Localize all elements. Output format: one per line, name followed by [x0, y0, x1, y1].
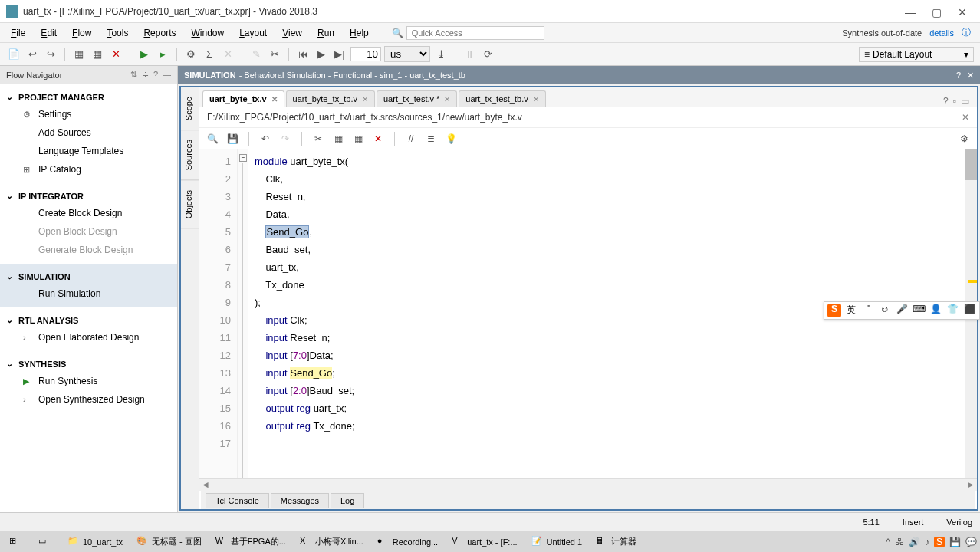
flow-item-settings[interactable]: ⚙Settings: [0, 105, 177, 123]
cut-icon[interactable]: ✂: [311, 132, 325, 146]
back-icon[interactable]: ↩: [25, 47, 40, 62]
indent-icon[interactable]: ≣: [424, 132, 438, 146]
section-synthesis[interactable]: ⌄SYNTHESIS: [0, 356, 177, 372]
file-tab[interactable]: uart_tx_test_tb.v✕: [459, 90, 545, 107]
menu-reports[interactable]: Reports: [136, 25, 183, 41]
restart-icon[interactable]: ⏮: [295, 47, 311, 62]
save-icon[interactable]: 💾: [225, 132, 239, 146]
file-tab[interactable]: uart_byte_tx.v✕: [202, 90, 284, 107]
file-tab[interactable]: uart_byte_tx_tb.v✕: [286, 90, 375, 107]
paste2-icon[interactable]: ▦: [351, 132, 365, 146]
run-to-icon[interactable]: ⤓: [433, 47, 449, 62]
gear-icon[interactable]: ⚙: [183, 47, 199, 62]
flow-item-ip-catalog[interactable]: ⊞IP Catalog: [0, 160, 177, 179]
search-icon[interactable]: 🔍: [206, 132, 219, 146]
taskbar-item[interactable]: X小梅哥Xilin...: [294, 533, 370, 551]
flow-item-run-synthesis[interactable]: ▶Run Synthesis: [0, 372, 177, 390]
bottom-tab-tcl-console[interactable]: Tcl Console: [206, 493, 269, 508]
menu-window[interactable]: Window: [183, 25, 232, 41]
ime-punct-icon[interactable]: ": [861, 304, 875, 317]
menu-flow[interactable]: Flow: [64, 25, 99, 41]
vtab-scope[interactable]: Scope: [181, 87, 199, 130]
menu-tools[interactable]: Tools: [99, 25, 136, 41]
minimize-button[interactable]: ―: [905, 6, 916, 17]
info-icon[interactable]: ⓘ: [962, 26, 971, 39]
synth-icon[interactable]: ▸: [155, 47, 170, 62]
cancel-icon[interactable]: ✕: [108, 47, 123, 62]
ime-skin-icon[interactable]: 👕: [945, 304, 959, 317]
bottom-tab-messages[interactable]: Messages: [271, 493, 329, 508]
taskbar-item[interactable]: Vuart_tx - [F:...: [446, 533, 523, 551]
paste-icon[interactable]: ▦: [90, 47, 105, 62]
delete-icon[interactable]: ✕: [371, 132, 385, 146]
flow-item-generate-block-design[interactable]: Generate Block Design: [0, 241, 177, 259]
ime-logo-icon[interactable]: S: [827, 304, 841, 317]
scrollbar-horizontal[interactable]: ◄ ►: [199, 478, 977, 491]
hide-icon[interactable]: —: [163, 70, 171, 80]
flow-item-run-simulation[interactable]: Run Simulation: [0, 284, 177, 303]
flow-item-open-block-design[interactable]: Open Block Design: [0, 222, 177, 241]
ime-lang[interactable]: 英: [844, 304, 858, 317]
menu-help[interactable]: Help: [342, 25, 377, 41]
edit-icon[interactable]: ✎: [248, 47, 264, 62]
tray-up-icon[interactable]: ^: [886, 537, 890, 547]
tray-ime-icon[interactable]: S: [934, 537, 945, 547]
tray-disk-icon[interactable]: 💾: [949, 537, 961, 547]
close-tab-icon[interactable]: ✕: [271, 95, 278, 104]
comment-icon[interactable]: //: [404, 132, 418, 146]
new-icon[interactable]: 📄: [6, 47, 21, 62]
cancel2-icon[interactable]: ✕: [220, 47, 235, 62]
flow-item-create-block-design[interactable]: Create Block Design: [0, 204, 177, 222]
taskbar-item[interactable]: 📝Untitled 1: [525, 533, 588, 551]
section-project-manager[interactable]: ⌄PROJECT MANAGER: [0, 89, 177, 105]
close-file-icon[interactable]: ✕: [962, 112, 969, 123]
ime-keyboard-icon[interactable]: ⌨: [912, 304, 926, 317]
tray-network-icon[interactable]: 🖧: [895, 537, 904, 547]
tray-action-icon[interactable]: 💬: [965, 537, 977, 547]
menu-layout[interactable]: Layout: [232, 25, 275, 41]
flow-item-open-elaborated-design[interactable]: ›Open Elaborated Design: [0, 328, 177, 347]
pause-icon[interactable]: ⏸: [462, 47, 477, 62]
help-icon[interactable]: ?: [153, 70, 158, 80]
quick-access-input[interactable]: [406, 26, 544, 40]
ime-emoji-icon[interactable]: ☺: [878, 304, 892, 317]
flow-item-add-sources[interactable]: Add Sources: [0, 123, 177, 142]
taskbar-item[interactable]: 📁10_uart_tx: [61, 533, 129, 551]
reload-icon[interactable]: ⟳: [480, 47, 495, 62]
taskbar-item[interactable]: ⊞: [3, 533, 31, 551]
redo-icon[interactable]: ↷: [278, 132, 292, 146]
bottom-tab-log[interactable]: Log: [331, 493, 364, 508]
settings-icon[interactable]: ≑: [142, 70, 149, 80]
copy2-icon[interactable]: ▦: [331, 132, 345, 146]
editor-settings-icon[interactable]: ⚙: [957, 132, 971, 146]
vtab-sources[interactable]: Sources: [181, 130, 199, 180]
section-rtl-analysis[interactable]: ⌄RTL ANALYSIS: [0, 312, 177, 328]
flow-item-open-synthesized-design[interactable]: ›Open Synthesized Design: [0, 390, 177, 409]
forward-icon[interactable]: ↪: [43, 47, 58, 62]
ime-tool-icon[interactable]: ⬛: [962, 304, 976, 317]
close-button[interactable]: ✕: [957, 6, 968, 17]
undo-icon[interactable]: ↶: [258, 132, 272, 146]
menu-file[interactable]: File: [3, 25, 33, 41]
close-tab-icon[interactable]: ✕: [444, 95, 450, 104]
maximize-button[interactable]: ▢: [931, 6, 942, 17]
layout-dropdown[interactable]: ≡ Default Layout ▾: [859, 47, 974, 62]
ime-voice-icon[interactable]: 🎤: [895, 304, 909, 317]
ime-user-icon[interactable]: 👤: [929, 304, 942, 317]
tab-help-icon[interactable]: ?: [943, 96, 949, 107]
tray-note-icon[interactable]: ♪: [925, 537, 929, 547]
sim-help-icon[interactable]: ?: [956, 71, 961, 80]
taskbar-item[interactable]: ▭: [32, 533, 60, 551]
play-icon[interactable]: ▶: [314, 47, 329, 62]
menu-view[interactable]: View: [275, 25, 310, 41]
close-tab-icon[interactable]: ✕: [362, 95, 368, 104]
file-tab[interactable]: uart_tx_test.v *✕: [377, 90, 457, 107]
step-icon[interactable]: ▶|: [332, 47, 347, 62]
time-unit-select[interactable]: us: [384, 46, 430, 62]
cut2-icon[interactable]: ✂: [267, 47, 282, 62]
menu-run[interactable]: Run: [310, 25, 342, 41]
vtab-objects[interactable]: Objects: [181, 181, 199, 228]
time-value-input[interactable]: [350, 47, 381, 61]
ime-toolbar[interactable]: S 英 " ☺ 🎤 ⌨ 👤 👕 ⬛: [824, 301, 980, 320]
run-icon[interactable]: ▶: [136, 47, 152, 62]
